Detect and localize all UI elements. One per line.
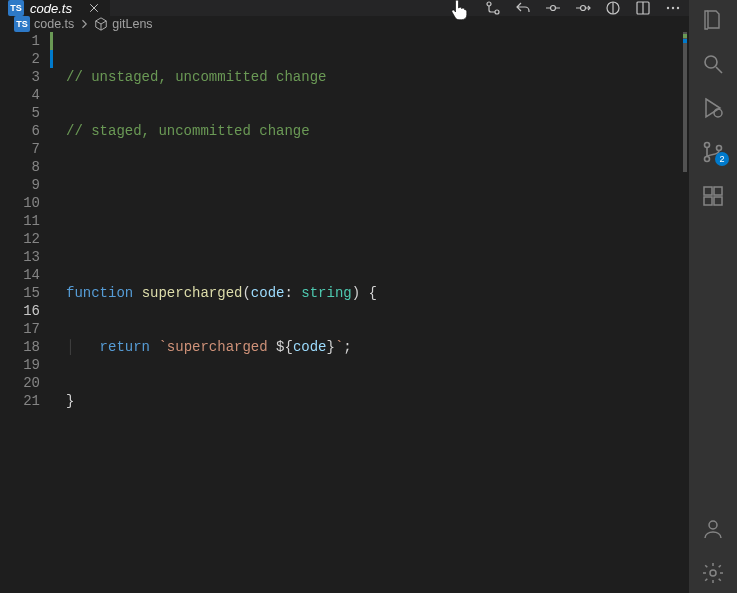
go-back-icon[interactable] [515, 0, 531, 16]
svg-point-12 [705, 157, 710, 162]
run-debug-icon[interactable] [701, 96, 725, 120]
tab-filename: code.ts [30, 1, 72, 16]
svg-rect-17 [714, 187, 722, 195]
breadcrumb-file: code.ts [34, 17, 74, 31]
pointer-cursor-icon [451, 0, 469, 21]
editor-toolbar [485, 0, 689, 16]
svg-point-9 [705, 56, 717, 68]
svg-rect-16 [714, 197, 722, 205]
search-icon[interactable] [701, 52, 725, 76]
typescript-icon: TS [14, 16, 30, 32]
breadcrumb[interactable]: TS code.ts gitLens [0, 16, 689, 32]
gear-icon[interactable] [701, 561, 725, 585]
svg-point-2 [551, 6, 556, 11]
svg-point-11 [705, 143, 710, 148]
split-editor-icon[interactable] [635, 0, 651, 16]
svg-rect-15 [704, 197, 712, 205]
svg-point-18 [709, 521, 717, 529]
scm-badge: 2 [715, 152, 729, 166]
chevron-right-icon [78, 18, 90, 30]
tab-code-ts[interactable]: TS code.ts [0, 0, 111, 16]
explorer-icon[interactable] [701, 8, 725, 32]
account-icon[interactable] [701, 517, 725, 541]
symbol-icon [94, 17, 108, 31]
code-area[interactable]: // unstaged, uncommitted change // stage… [56, 32, 689, 593]
svg-point-13 [717, 146, 722, 151]
editor[interactable]: 1234 5678 9101112 13141516 17181920 21 /… [0, 32, 689, 593]
svg-point-7 [672, 7, 674, 9]
commit-next-icon[interactable] [575, 0, 591, 16]
tab-bar: TS code.ts [0, 0, 689, 16]
compare-icon[interactable] [485, 0, 501, 16]
extensions-icon[interactable] [701, 184, 725, 208]
svg-point-19 [710, 570, 716, 576]
commit-prev-icon[interactable] [545, 0, 561, 16]
overview-ruler[interactable] [681, 32, 689, 593]
line-number-gutter: 1234 5678 9101112 13141516 17181920 21 [0, 32, 50, 593]
svg-point-0 [487, 2, 491, 6]
typescript-icon: TS [8, 0, 24, 16]
toggle-diff-icon[interactable] [605, 0, 621, 16]
breadcrumb-symbol: gitLens [112, 17, 152, 31]
svg-point-3 [581, 6, 586, 11]
close-icon[interactable] [86, 0, 102, 16]
svg-point-8 [677, 7, 679, 9]
svg-point-10 [714, 109, 722, 117]
more-icon[interactable] [665, 0, 681, 16]
activity-bar: 2 [689, 0, 737, 593]
svg-point-6 [667, 7, 669, 9]
source-control-icon[interactable]: 2 [701, 140, 725, 164]
svg-point-1 [495, 10, 499, 14]
svg-rect-14 [704, 187, 712, 195]
